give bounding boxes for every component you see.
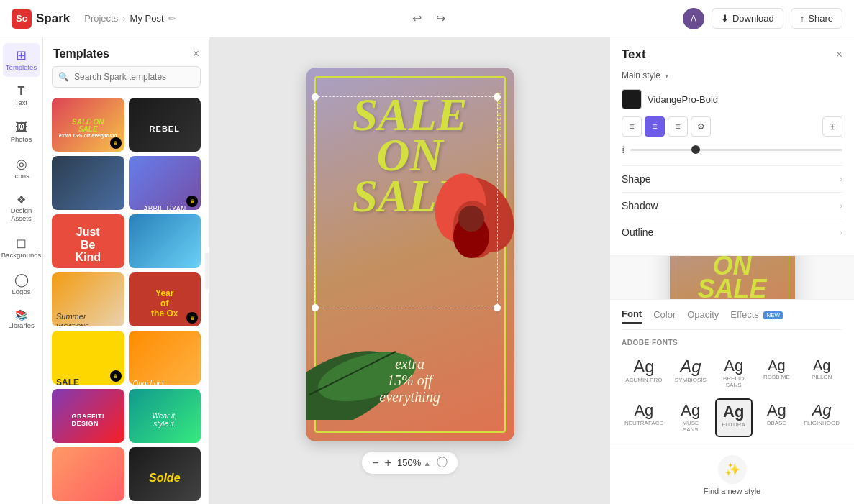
- font-sample-muse[interactable]: Ag MUSE SANS: [672, 398, 709, 437]
- align-right-button[interactable]: ≡: [668, 116, 688, 137]
- font-sample-fliginhood[interactable]: Ag FLIGINHOOD: [801, 398, 842, 437]
- align-left-button[interactable]: ≡: [622, 116, 642, 137]
- sidebar-item-design-assets[interactable]: ❖ Design Assets: [3, 188, 40, 228]
- download-button[interactable]: ⬇ Download: [712, 8, 783, 29]
- breadcrumb: Projects › My Post ✏: [84, 13, 175, 24]
- template-item-person[interactable]: [52, 447, 124, 501]
- template-item-solde[interactable]: Solde: [129, 447, 201, 501]
- canvas-wrapper: THIS WEEK ONLY. SALEONSALE: [306, 68, 514, 441]
- template-item-rebel[interactable]: REBEL: [129, 98, 201, 152]
- font-panel: Font Color Opacity Effects NEW ADOBE FON…: [610, 299, 854, 446]
- breadcrumb-parent[interactable]: Projects: [84, 13, 118, 24]
- icons-icon: ◎: [16, 157, 27, 170]
- template-item-summer[interactable]: SummerVACATIONS: [52, 272, 124, 326]
- sidebar-item-label-libraries: Libraries: [8, 321, 34, 329]
- align-center-button[interactable]: ≡: [645, 116, 665, 137]
- template-item-year-ox[interactable]: Yearofthe Ox ♛: [129, 272, 201, 326]
- panel-close-button[interactable]: ×: [193, 47, 199, 60]
- sidebar-item-label-templates: Templates: [6, 63, 37, 71]
- text-panel-title: Text: [622, 47, 646, 62]
- align-row: ≡ ≡ ≡ ⚙ ⊞: [622, 116, 842, 137]
- edit-icon[interactable]: ✏: [168, 14, 176, 24]
- logos-icon: ◯: [14, 273, 29, 286]
- sidebar-item-text[interactable]: T Text: [3, 80, 40, 112]
- share-button[interactable]: ↑ Share: [791, 8, 842, 29]
- font-sample-neutraface[interactable]: Ag NEUTRAFACE: [622, 398, 666, 437]
- template-item-sale-yellow[interactable]: SALE ♛: [52, 331, 124, 385]
- template-item-wisdom[interactable]: [52, 156, 124, 210]
- shape-arrow: ›: [840, 175, 842, 183]
- text-panel-close-button[interactable]: ×: [836, 48, 842, 61]
- search-input[interactable]: [52, 66, 201, 88]
- sidebar-item-icons[interactable]: ◎ Icons: [3, 152, 40, 185]
- sidebar-item-logos[interactable]: ◯ Logos: [3, 267, 40, 301]
- outline-section[interactable]: Outline ›: [622, 219, 842, 245]
- sidebar-item-templates[interactable]: ⊞ Templates: [3, 43, 40, 77]
- font-samples-grid: Ag ACUMIN PRO Ag SYMBIOSIS Ag BRELIO SAN…: [622, 354, 842, 437]
- zoom-value: 150% ▲: [397, 457, 431, 468]
- spacing-slider[interactable]: [630, 149, 842, 151]
- sidebar-item-backgrounds[interactable]: ◻ Backgrounds: [3, 231, 40, 265]
- zoom-info-icon[interactable]: ⓘ: [437, 456, 448, 469]
- share-label: Share: [808, 13, 833, 24]
- outline-arrow: ›: [840, 228, 842, 237]
- color-swatch[interactable]: [622, 89, 642, 109]
- font-row: VidangePro-Bold: [622, 89, 842, 109]
- shadow-arrow: ›: [840, 201, 842, 210]
- shape-section[interactable]: Shape ›: [622, 165, 842, 192]
- zoom-in-button[interactable]: +: [385, 457, 391, 469]
- template-item-woman[interactable]: [129, 214, 201, 268]
- zoom-out-button[interactable]: −: [372, 457, 378, 469]
- crown-icon: ♛: [186, 196, 198, 207]
- redo-button[interactable]: ↪: [432, 9, 450, 28]
- font-sample-symbiosis[interactable]: Ag SYMBIOSIS: [672, 354, 709, 393]
- tab-color[interactable]: Color: [653, 309, 676, 323]
- find-new-style[interactable]: ✨ Find a new style: [610, 446, 854, 504]
- font-sample-robb[interactable]: Ag ROBB ME: [758, 354, 796, 393]
- font-sample-acumin[interactable]: Ag ACUMIN PRO: [622, 354, 666, 393]
- font-sample-brelio[interactable]: Ag BRELIO SANS: [715, 354, 753, 393]
- template-item-quoi-loc[interactable]: Quoi Loc!: [129, 331, 201, 385]
- tab-font[interactable]: Font: [622, 308, 642, 324]
- grid-icon-button[interactable]: ⊞: [822, 116, 842, 137]
- tab-effects[interactable]: Effects NEW: [730, 309, 783, 323]
- effects-new-badge: NEW: [763, 311, 783, 319]
- undo-button[interactable]: ↩: [408, 9, 426, 28]
- template-item-wear-it[interactable]: Wear it,style it.: [129, 389, 201, 443]
- shadow-section[interactable]: Shadow ›: [622, 192, 842, 219]
- template-item-sale-on-sale[interactable]: SALE ONSALEextra 15% off everything ♛: [52, 98, 124, 152]
- topbar-center: ↩ ↪: [176, 9, 683, 28]
- template-item-graffiti[interactable]: GRAFFITIDESIGN: [52, 389, 124, 443]
- canvas-card[interactable]: THIS WEEK ONLY. SALEONSALE: [306, 68, 514, 441]
- svg-point-8: [747, 256, 791, 257]
- font-name: VidangePro-Bold: [648, 94, 842, 105]
- sidebar-nav: ⊞ Templates T Text 🖼 Photos ◎ Icons ❖ De…: [0, 37, 43, 504]
- find-style-label: Find a new style: [704, 487, 760, 495]
- gear-button[interactable]: ⚙: [691, 116, 711, 137]
- logo-text: Spark: [36, 12, 70, 26]
- template-item-abbie-ryan[interactable]: ABBIE RYAN ♛: [129, 156, 201, 210]
- panel-header: Templates ×: [43, 37, 209, 66]
- sidebar-item-label-backgrounds: Backgrounds: [1, 251, 41, 259]
- app-logo[interactable]: Sc Spark: [12, 9, 70, 29]
- font-sample-futura[interactable]: Ag FUTURA: [715, 398, 753, 437]
- text-panel-section: Text × Main style ▾ VidangePro-Bold ≡ ≡ …: [610, 37, 854, 256]
- sidebar-item-photos[interactable]: 🖼 Photos: [3, 115, 40, 149]
- template-item-just-be-kind[interactable]: JustBeKind: [52, 214, 124, 268]
- avatar[interactable]: A: [683, 8, 704, 29]
- panel-expand-handle[interactable]: ›: [205, 253, 210, 289]
- tab-opacity[interactable]: Opacity: [687, 309, 719, 323]
- share-icon: ↑: [800, 13, 805, 24]
- main-style-selector[interactable]: Main style ▾: [622, 70, 842, 81]
- breadcrumb-current: My Post: [130, 13, 164, 24]
- font-sample-bbase[interactable]: Ag BBASE: [758, 398, 796, 437]
- topbar: Sc Spark Projects › My Post ✏ ↩ ↪ A ⬇ Do…: [0, 0, 854, 37]
- panel-title: Templates: [53, 47, 109, 60]
- sidebar-item-label-photos: Photos: [11, 135, 32, 143]
- templates-panel: Templates × 🔍 SALE ONSALEextra 15% off e…: [43, 37, 210, 504]
- download-icon: ⬇: [721, 13, 729, 24]
- main-style-arrow: ▾: [665, 72, 668, 80]
- font-sample-pillon[interactable]: Ag PILLON: [801, 354, 842, 393]
- spacing-row: ⁞: [622, 144, 842, 155]
- sidebar-item-libraries[interactable]: 📚 Libraries: [3, 304, 40, 335]
